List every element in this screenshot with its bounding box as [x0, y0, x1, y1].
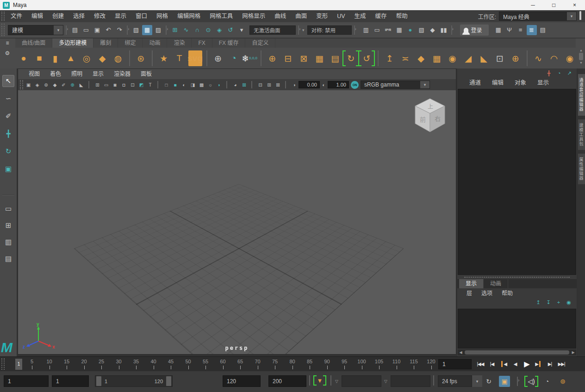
default-material-icon[interactable]: ▩ — [198, 81, 205, 89]
menu-item-17[interactable]: 帮助 — [392, 10, 412, 22]
zoom-region-icon[interactable]: ⊕ — [68, 81, 76, 89]
active-surface-field[interactable]: 无激活曲面 — [249, 25, 296, 35]
channel-menu-3[interactable]: 显示 — [532, 77, 554, 89]
step-back-frame-button[interactable]: |◀ — [487, 359, 497, 370]
shelf-tab-6[interactable]: FX — [192, 38, 212, 48]
platonic-solid-icon[interactable]: ⊛ — [134, 50, 148, 66]
layer-tab-0[interactable]: 显示 — [459, 279, 484, 288]
hypershade-icon[interactable]: ● — [405, 25, 416, 35]
view-cube[interactable]: 上 前 右 — [409, 96, 451, 137]
maximize-button[interactable]: □ — [543, 0, 564, 10]
scroll-down-icon[interactable]: ▼ — [579, 61, 583, 64]
image-plane-icon[interactable]: ◩ — [137, 81, 145, 89]
delete-history-icon[interactable]: ◔ — [227, 50, 241, 66]
menu-item-13[interactable]: 变形 — [311, 10, 332, 22]
safe-title-icon[interactable]: T — [146, 81, 154, 89]
shadows-icon[interactable]: ◗ — [215, 81, 223, 89]
undo-icon[interactable]: ↶ — [103, 25, 113, 35]
snap-grid-icon[interactable]: ⊞ — [170, 25, 180, 35]
group-separator[interactable] — [450, 25, 454, 35]
drag-grip[interactable] — [1, 358, 5, 370]
select-object-icon[interactable]: ▦ — [142, 25, 152, 35]
open-graph-icon[interactable]: ↗ — [566, 70, 573, 76]
channel-menu-2[interactable]: 对象 — [509, 77, 532, 89]
shelf-tab-8[interactable]: 自定义 — [245, 38, 275, 48]
snap-options-caret-icon[interactable]: ▾ — [236, 25, 247, 35]
render-settings-icon[interactable]: ▦ — [394, 25, 405, 35]
bridge-icon[interactable]: ≍ — [398, 50, 412, 66]
panel-menu-0[interactable]: 视图 — [24, 69, 45, 79]
shelf-gear-icon[interactable]: ⚙ — [3, 50, 12, 56]
menu-item-4[interactable]: 修改 — [89, 10, 110, 22]
anim-layer-caret-icon[interactable]: ▽ — [384, 375, 387, 387]
wireframe-on-shaded-icon[interactable]: ◨ — [189, 81, 197, 89]
open-scene-icon[interactable]: ▭ — [81, 25, 91, 35]
scroll-right-icon[interactable]: ▶ — [570, 350, 576, 355]
channel-box-icon[interactable]: ≣ — [527, 25, 537, 35]
occlusion-icon[interactable]: ◕ — [231, 81, 239, 89]
layer-list[interactable] — [458, 309, 576, 348]
shelf-menu-icon[interactable]: ≡ — [3, 40, 12, 46]
circularize-icon[interactable]: ◉ — [446, 50, 460, 66]
drag-grip[interactable] — [1, 12, 5, 21]
boolean-union-icon[interactable]: ↺ — [360, 50, 373, 66]
ground-grid[interactable] — [74, 184, 404, 355]
modeling-toolkit-icon[interactable]: ▦ — [493, 25, 504, 35]
camera-attributes-icon[interactable]: ⊛ — [42, 81, 50, 89]
add-divisions-icon[interactable]: ◢ — [461, 50, 475, 66]
character-controls-icon[interactable]: Ψ — [504, 25, 515, 35]
render-current-frame-icon[interactable]: ▭ — [372, 25, 382, 35]
snap-view-plane-icon[interactable]: ◈ — [214, 25, 224, 35]
add-layer-from-selected-icon[interactable]: ◉ — [565, 299, 573, 306]
viewcube-top-label[interactable]: 上 — [428, 104, 433, 110]
lighting-icon[interactable]: ☼ — [206, 81, 214, 89]
shelf-tab-5[interactable]: 渲染 — [167, 38, 192, 48]
playblast-icon[interactable]: ▣ — [499, 376, 510, 387]
pane-maximize-icon[interactable]: ⊠ — [274, 81, 282, 89]
workspace-selector[interactable]: Maya 经典 ▾ — [499, 12, 577, 21]
attribute-editor-icon[interactable]: ≡ — [516, 25, 526, 35]
animation-end-field[interactable]: 200 — [268, 375, 306, 387]
go-to-start-button[interactable]: |◀◀ — [475, 359, 485, 370]
add-empty-layer-icon[interactable]: + — [554, 299, 563, 306]
contrast-field[interactable]: 1.00 — [328, 81, 349, 88]
panel-splitter[interactable] — [457, 275, 577, 279]
select-tool[interactable]: ↖ — [2, 75, 14, 87]
panel-menu-5[interactable]: 面板 — [136, 69, 157, 79]
layer-scrollbar[interactable]: ◀ ▶ — [458, 349, 576, 355]
pause-viewport-icon[interactable]: ▮▮ — [439, 25, 449, 35]
paint-select-tool[interactable]: ✐ — [2, 110, 14, 122]
menu-item-7[interactable]: 网格 — [152, 10, 173, 22]
separate-icon[interactable]: ⊟ — [281, 50, 295, 66]
panel-menu-3[interactable]: 显示 — [87, 69, 109, 79]
anim-layer-field[interactable] — [391, 375, 430, 387]
shelf-tab-1[interactable]: 多边形建模 — [52, 38, 93, 48]
rotate-tool[interactable]: ↻ — [2, 145, 14, 157]
render-view-icon[interactable]: ▥ — [361, 25, 371, 35]
menu-item-1[interactable]: 编辑 — [27, 10, 48, 22]
bevel-icon[interactable]: ◆ — [414, 50, 428, 66]
move-layer-up-icon[interactable]: ↥ — [534, 299, 542, 306]
edit-curve-icon[interactable]: ◠ — [547, 50, 561, 66]
shelf-tab-2[interactable]: 雕刻 — [93, 38, 118, 48]
menu-item-11[interactable]: 曲线 — [270, 10, 291, 22]
minimize-button[interactable]: ─ — [523, 0, 543, 10]
panel-menu-4[interactable]: 渲染器 — [109, 69, 136, 79]
drag-grip[interactable] — [20, 80, 23, 89]
poly-torus-icon[interactable]: ◎ — [80, 50, 93, 66]
field-chart-icon[interactable]: ⊡ — [129, 81, 137, 89]
redo-icon[interactable]: ↷ — [114, 25, 124, 35]
current-time-marker[interactable]: 1 — [15, 359, 22, 370]
grease-pencil-icon[interactable]: ◣ — [77, 81, 85, 89]
film-gate-icon[interactable]: ▭ — [102, 81, 110, 89]
textured-icon[interactable]: ◐ — [180, 81, 188, 89]
range-slider[interactable]: 1 120 — [95, 375, 173, 387]
edit-boundary-icon[interactable]: ⊡ — [493, 50, 507, 66]
menu-item-8[interactable]: 编辑网格 — [173, 10, 205, 22]
shelf-tab-4[interactable]: 动画 — [143, 38, 167, 48]
step-back-key-button[interactable]: ◀ — [498, 359, 509, 370]
layout-four-pane-button[interactable]: ⊞ — [2, 219, 14, 231]
layout-single-pane-button[interactable]: ▭ — [2, 203, 14, 215]
boolean-difference-icon[interactable]: ↻ — [344, 50, 358, 66]
poly-disc-icon[interactable]: ◍ — [111, 50, 125, 66]
